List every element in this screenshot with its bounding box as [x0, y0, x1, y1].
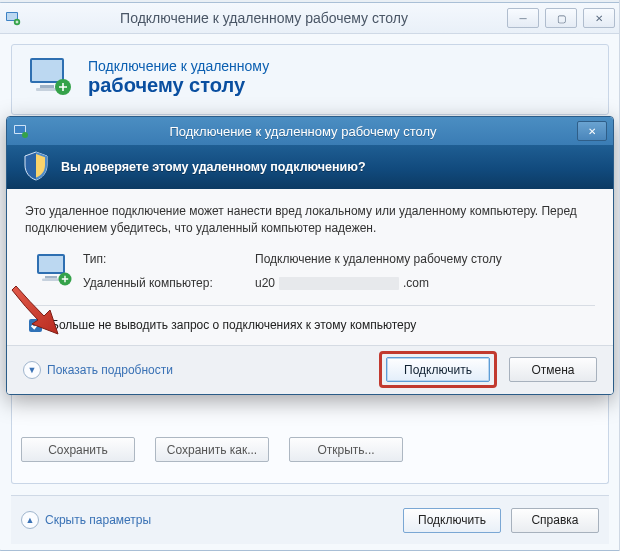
show-details-label: Показать подробности — [47, 363, 173, 377]
connection-info: Тип: Подключение к удаленному рабочему с… — [25, 252, 595, 291]
dialog-banner: Вы доверяете этому удаленному подключени… — [7, 145, 613, 189]
save-button[interactable]: Сохранить — [21, 437, 135, 462]
dialog-footer: ▼ Показать подробности Подключить Отмена — [7, 345, 613, 394]
rdc-large-icon — [26, 55, 74, 100]
banner-line2: рабочему столу — [88, 74, 269, 97]
type-label: Тип: — [83, 252, 255, 266]
dont-ask-again-label: Больше не выводить запрос о подключениях… — [51, 318, 416, 332]
parent-titlebar: Подключение к удаленному рабочему столу … — [0, 3, 620, 34]
separator — [25, 305, 595, 306]
save-as-button[interactable]: Сохранить как... — [155, 437, 269, 462]
show-details-expander[interactable]: ▼ Показать подробности — [23, 361, 173, 379]
cancel-button[interactable]: Отмена — [509, 357, 597, 382]
trust-dialog: Подключение к удаленному рабочему столу … — [6, 116, 614, 395]
shield-icon — [23, 151, 49, 184]
connect-button[interactable]: Подключить — [386, 357, 490, 382]
maximize-button[interactable]: ▢ — [545, 8, 577, 28]
parent-help-button[interactable]: Справка — [511, 508, 599, 533]
dont-ask-again-row[interactable]: Больше не выводить запрос о подключениях… — [25, 316, 595, 335]
host-label: Удаленный компьютер: — [83, 276, 255, 290]
svg-rect-5 — [40, 85, 54, 88]
parent-file-buttons: Сохранить Сохранить как... Открыть... — [21, 437, 599, 462]
svg-rect-13 — [45, 276, 57, 279]
window-controls: ─ ▢ ✕ — [507, 8, 615, 28]
rdc-medium-icon — [34, 252, 74, 291]
host-prefix: u20 — [255, 276, 275, 290]
dialog-body: Это удаленное подключение может нанести … — [7, 189, 613, 345]
warning-text: Это удаленное подключение может нанести … — [25, 203, 595, 238]
banner-line1: Подключение к удаленному — [88, 58, 269, 74]
dialog-banner-text: Вы доверяете этому удаленному подключени… — [61, 160, 366, 174]
dialog-titlebar: Подключение к удаленному рабочему столу … — [7, 117, 613, 145]
chevron-up-icon: ▲ — [21, 511, 39, 529]
host-value: u20 .com — [255, 276, 502, 290]
host-redacted — [279, 277, 399, 290]
svg-rect-14 — [42, 278, 60, 281]
type-value: Подключение к удаленному рабочему столу — [255, 252, 502, 266]
parent-connect-button[interactable]: Подключить — [403, 508, 501, 533]
chevron-down-icon: ▼ — [23, 361, 41, 379]
minimize-button[interactable]: ─ — [507, 8, 539, 28]
svg-rect-9 — [15, 126, 25, 133]
dont-ask-again-checkbox[interactable] — [29, 319, 42, 332]
parent-footer: ▲ Скрыть параметры Подключить Справка — [11, 495, 609, 544]
svg-rect-1 — [7, 13, 17, 20]
svg-rect-6 — [36, 88, 58, 91]
parent-banner: Подключение к удаленному рабочему столу — [11, 44, 609, 115]
svg-rect-4 — [32, 60, 62, 81]
open-button[interactable]: Открыть... — [289, 437, 403, 462]
connect-highlight: Подключить — [379, 351, 497, 388]
hide-options-expander[interactable]: ▲ Скрыть параметры — [21, 511, 151, 529]
close-button[interactable]: ✕ — [583, 8, 615, 28]
svg-point-10 — [22, 132, 28, 138]
dialog-close-button[interactable]: ✕ — [577, 121, 607, 141]
host-suffix: .com — [403, 276, 429, 290]
parent-banner-text: Подключение к удаленному рабочему столу — [88, 58, 269, 97]
hide-options-label: Скрыть параметры — [45, 513, 151, 527]
svg-rect-12 — [39, 256, 63, 272]
rdc-icon — [5, 10, 21, 26]
parent-window-title: Подключение к удаленному рабочему столу — [29, 10, 499, 26]
rdc-icon — [13, 123, 29, 139]
dialog-title: Подключение к удаленному рабочему столу — [29, 124, 577, 139]
